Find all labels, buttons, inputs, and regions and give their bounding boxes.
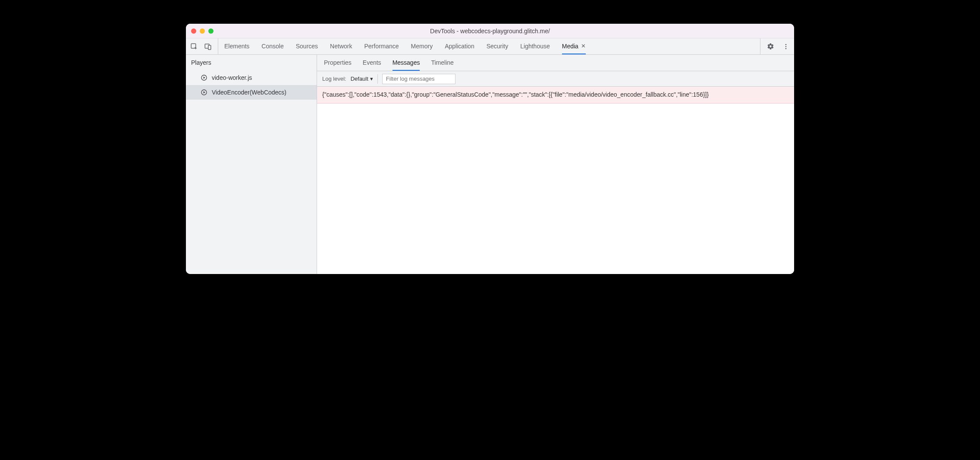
tab-application[interactable]: Application — [445, 38, 474, 54]
content-area: Players video-worker.jsVideoEncoder(WebC… — [186, 55, 794, 274]
inspect-icon[interactable] — [189, 42, 199, 51]
subtab-timeline[interactable]: Timeline — [431, 55, 453, 71]
play-icon — [201, 74, 207, 81]
log-row[interactable]: {"causes":[],"code":1543,"data":{},"grou… — [317, 87, 794, 104]
player-label: video-worker.js — [212, 74, 252, 81]
svg-point-5 — [785, 48, 787, 49]
main-tabbar: ElementsConsoleSourcesNetworkPerformance… — [186, 38, 794, 55]
maximize-window-button[interactable] — [208, 28, 214, 34]
players-sidebar: Players video-worker.jsVideoEncoder(WebC… — [186, 55, 317, 274]
close-window-button[interactable] — [191, 28, 196, 34]
tab-lighthouse[interactable]: Lighthouse — [520, 38, 550, 54]
svg-point-4 — [785, 46, 787, 47]
main-panel: PropertiesEventsMessagesTimeline Log lev… — [317, 55, 794, 274]
subtab-events[interactable]: Events — [363, 55, 381, 71]
kebab-menu-icon[interactable] — [781, 42, 791, 51]
media-subtabs: PropertiesEventsMessagesTimeline — [317, 55, 794, 71]
play-icon — [201, 89, 207, 96]
device-toggle-icon[interactable] — [203, 42, 213, 51]
tab-performance[interactable]: Performance — [364, 38, 399, 54]
filter-input[interactable] — [382, 74, 455, 84]
svg-point-3 — [785, 44, 787, 45]
tab-network[interactable]: Network — [330, 38, 352, 54]
settings-icon[interactable] — [766, 42, 775, 51]
tab-console[interactable]: Console — [261, 38, 283, 54]
player-item[interactable]: VideoEncoder(WebCodecs) — [186, 85, 317, 100]
tab-media[interactable]: Media✕ — [562, 38, 586, 54]
svg-rect-2 — [208, 45, 211, 50]
window-controls — [191, 28, 214, 34]
subtab-messages[interactable]: Messages — [393, 55, 420, 71]
window-title: DevTools - webcodecs-playground.glitch.m… — [186, 28, 794, 35]
chevron-down-icon: ▾ — [370, 76, 373, 82]
close-tab-icon[interactable]: ✕ — [581, 43, 586, 49]
tab-security[interactable]: Security — [487, 38, 509, 54]
player-item[interactable]: video-worker.js — [186, 70, 317, 85]
devtools-window: DevTools - webcodecs-playground.glitch.m… — [186, 24, 794, 274]
titlebar: DevTools - webcodecs-playground.glitch.m… — [186, 24, 794, 38]
player-label: VideoEncoder(WebCodecs) — [212, 89, 286, 96]
log-area: {"causes":[],"code":1543,"data":{},"grou… — [317, 87, 794, 274]
tab-memory[interactable]: Memory — [411, 38, 433, 54]
tab-sources[interactable]: Sources — [296, 38, 318, 54]
log-level-select[interactable]: Default ▾ — [351, 74, 378, 84]
log-level-label: Log level: — [322, 76, 346, 82]
sidebar-heading: Players — [186, 55, 317, 70]
minimize-window-button[interactable] — [200, 28, 205, 34]
tab-elements[interactable]: Elements — [224, 38, 249, 54]
subtab-properties[interactable]: Properties — [324, 55, 352, 71]
messages-toolbar: Log level: Default ▾ — [317, 71, 794, 87]
